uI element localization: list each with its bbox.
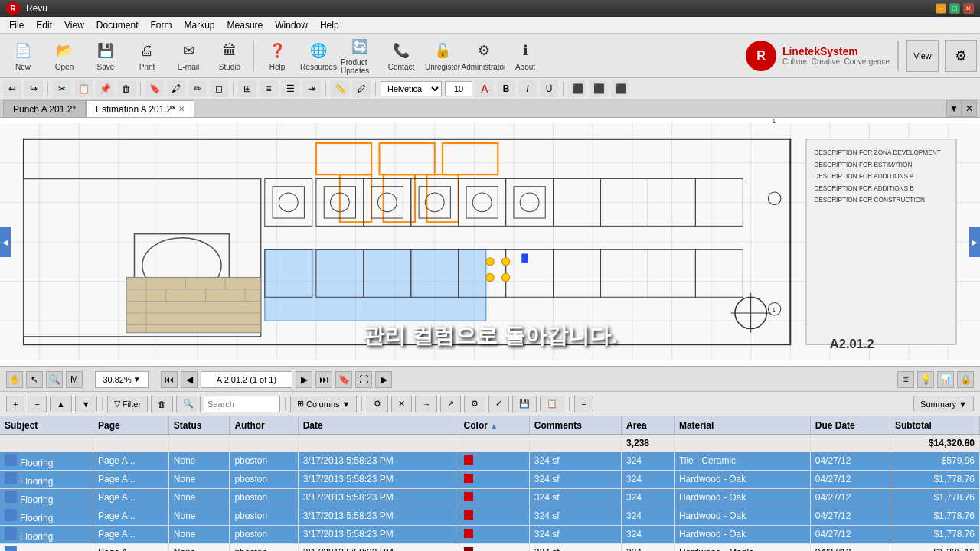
export2-button[interactable]: ↗ xyxy=(440,396,461,412)
close-button[interactable]: ✕ xyxy=(963,3,974,14)
help-button[interactable]: ❓ Help xyxy=(257,36,297,76)
administrator-button[interactable]: ⚙ Administrator xyxy=(464,36,504,76)
add-row-button[interactable]: + xyxy=(6,396,24,412)
email-button[interactable]: ✉ E-mail xyxy=(168,36,208,76)
bookmark-button[interactable]: 🔖 xyxy=(335,371,352,388)
tab-close-all[interactable]: ✕ xyxy=(962,100,977,117)
align-right-button[interactable]: ⬛ xyxy=(611,80,629,97)
import-button[interactable]: ⚙ xyxy=(367,396,388,412)
col-header-subtotal[interactable]: Subtotal xyxy=(890,416,979,435)
gear2-button[interactable]: ⚙ xyxy=(464,396,485,412)
unregister-button[interactable]: 🔓 Unregister xyxy=(423,36,462,76)
new-button[interactable]: 📄 New xyxy=(3,36,43,76)
measure-button[interactable]: 📏 xyxy=(331,80,349,97)
cancel-button[interactable]: ✕ xyxy=(391,396,412,412)
panel-expand-left[interactable]: ◀ xyxy=(0,227,11,257)
grid-button[interactable]: ⊞ xyxy=(238,80,256,97)
bold-button[interactable]: B xyxy=(497,80,515,97)
move-down-button[interactable]: ▼ xyxy=(75,396,97,412)
list-button[interactable]: ☰ xyxy=(281,80,299,97)
first-page-button[interactable]: ⏮ xyxy=(161,371,178,388)
highlight-button[interactable]: 🖍 xyxy=(167,80,185,97)
about-button[interactable]: ℹ About xyxy=(505,36,545,76)
export-button[interactable]: → xyxy=(415,396,437,412)
search-input[interactable] xyxy=(204,396,280,412)
menu-button[interactable]: ≡ xyxy=(574,396,593,412)
play-button[interactable]: ▶ xyxy=(375,371,392,388)
view-button[interactable]: View xyxy=(906,40,939,72)
filter-button[interactable]: ▽ Filter xyxy=(107,396,148,412)
clear-filter-button[interactable]: 🗑 xyxy=(151,396,173,412)
markup-tool-button[interactable]: M xyxy=(66,371,83,388)
copy-button[interactable]: 📋 xyxy=(74,80,93,97)
studio-button[interactable]: 🏛 Studio xyxy=(210,36,250,76)
minimize-button[interactable]: − xyxy=(936,3,946,14)
next-page-button[interactable]: ▶ xyxy=(296,371,312,388)
menu-view[interactable]: View xyxy=(58,18,90,32)
save2-button[interactable]: 💾 xyxy=(512,396,537,412)
font-color-button[interactable]: A xyxy=(475,80,494,97)
product-updates-button[interactable]: 🔄 Product Updates xyxy=(340,36,380,76)
zoom-tool-button[interactable]: 🔍 xyxy=(46,371,63,388)
align-left-button[interactable]: ⬛ xyxy=(568,80,586,97)
blueprint-area[interactable]: DESCRIPTION FOR ZONA DEVELOPMENT DESCRIP… xyxy=(0,118,980,367)
print-button[interactable]: 🖨 Print xyxy=(127,36,167,76)
font-family-select[interactable]: Helvetica xyxy=(381,81,442,96)
col-header-comments[interactable]: Comments xyxy=(529,416,621,435)
summary-button[interactable]: Summary ▼ xyxy=(913,396,974,412)
hand-tool-button[interactable]: ✋ xyxy=(6,371,23,388)
panel-toggle-1[interactable]: ≡ xyxy=(897,371,914,388)
contact-button[interactable]: 📞 Contact xyxy=(381,36,421,76)
stamp-button[interactable]: 🔖 xyxy=(145,80,164,97)
menu-help[interactable]: Help xyxy=(314,18,345,32)
italic-button[interactable]: I xyxy=(518,80,537,97)
table-row[interactable]: Flooring Page A... None pboston 3/17/201… xyxy=(0,470,980,488)
resources-button[interactable]: 🌐 Resources xyxy=(299,36,338,76)
table-row[interactable]: Flooring Page A... None pboston 3/17/201… xyxy=(0,507,980,525)
data-table-container[interactable]: Subject Page Status Author Date Color ▲ … xyxy=(0,416,980,551)
panel-expand-right[interactable]: ▶ xyxy=(969,227,980,257)
move-up-button[interactable]: ▲ xyxy=(50,396,72,412)
maximize-button[interactable]: □ xyxy=(949,3,960,14)
col-header-subject[interactable]: Subject xyxy=(0,416,93,435)
align-center-button[interactable]: ⬛ xyxy=(590,80,608,97)
table-row[interactable]: Flooring Page A... None pboston 3/17/201… xyxy=(0,525,980,543)
col-header-date[interactable]: Date xyxy=(298,416,459,435)
panel-toggle-2[interactable]: 💡 xyxy=(917,371,934,388)
delete-button[interactable]: 🗑 xyxy=(117,80,136,97)
fullscreen-button[interactable]: ⛶ xyxy=(355,371,372,388)
clipboard-button[interactable]: 📋 xyxy=(540,396,564,412)
col-header-page[interactable]: Page xyxy=(93,416,169,435)
last-page-button[interactable]: ⏭ xyxy=(315,371,332,388)
col-header-author[interactable]: Author xyxy=(230,416,298,435)
table-row[interactable]: Flooring Page A... None pboston 3/17/201… xyxy=(0,543,980,551)
draw-button[interactable]: ✏ xyxy=(188,80,207,97)
col-header-material[interactable]: Material xyxy=(674,416,810,435)
col-header-status[interactable]: Status xyxy=(168,416,230,435)
font-size-input[interactable] xyxy=(445,81,472,96)
col-header-due-date[interactable]: Due Date xyxy=(810,416,890,435)
paste-button[interactable]: 📌 xyxy=(96,80,114,97)
tab-punch[interactable]: Punch A 201.2* xyxy=(3,100,86,117)
redo-button[interactable]: ↪ xyxy=(24,80,43,97)
eraser-button[interactable]: ◻ xyxy=(210,80,228,97)
prev-page-button[interactable]: ◀ xyxy=(181,371,198,388)
col-header-area[interactable]: Area xyxy=(621,416,674,435)
panel-toggle-3[interactable]: 📊 xyxy=(937,371,954,388)
table-row[interactable]: Flooring Page A... None pboston 3/17/201… xyxy=(0,452,980,470)
menu-document[interactable]: Document xyxy=(90,18,145,32)
align-button[interactable]: ≡ xyxy=(260,80,278,97)
check-button[interactable]: ✓ xyxy=(488,396,509,412)
tab-menu-arrow[interactable]: ▼ xyxy=(946,100,962,117)
tab-estimation[interactable]: Estimation A 201.2* ✕ xyxy=(86,100,194,117)
table-row[interactable]: Flooring Page A... None pboston 3/17/201… xyxy=(0,488,980,507)
cut-button[interactable]: ✂ xyxy=(53,80,71,97)
save-button[interactable]: 💾 Save xyxy=(86,36,126,76)
menu-edit[interactable]: Edit xyxy=(30,18,58,32)
pen-button[interactable]: 🖊 xyxy=(352,80,371,97)
columns-button[interactable]: ⊞ Columns ▼ xyxy=(290,396,357,412)
remove-row-button[interactable]: − xyxy=(28,396,46,412)
col-header-color[interactable]: Color ▲ xyxy=(459,416,529,435)
search-icon-button[interactable]: 🔍 xyxy=(176,396,201,412)
tab-estimation-close[interactable]: ✕ xyxy=(178,105,185,113)
